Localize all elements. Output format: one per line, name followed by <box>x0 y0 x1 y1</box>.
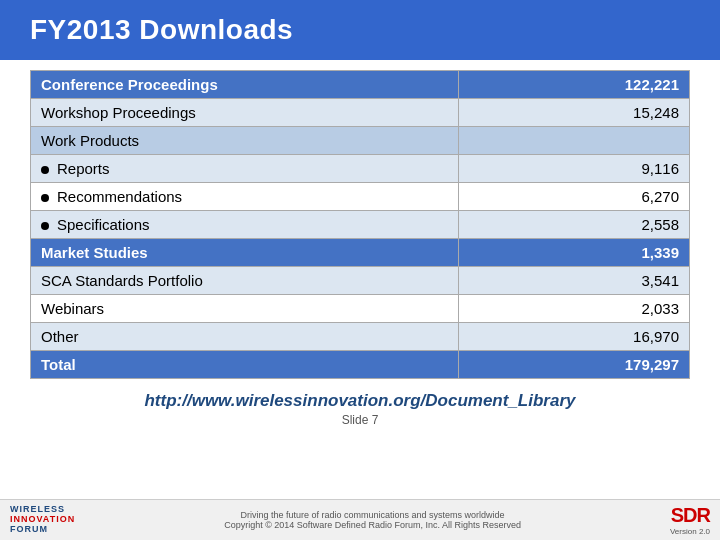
slide-container: FY2013 Downloads Conference Proceedings1… <box>0 0 720 540</box>
table-cell-label: Specifications <box>31 211 459 239</box>
table-cell-label: Workshop Proceedings <box>31 99 459 127</box>
table-cell-label: SCA Standards Portfolio <box>31 267 459 295</box>
table-row: Reports9,116 <box>31 155 690 183</box>
slide-title: FY2013 Downloads <box>30 14 293 46</box>
table-row: Market Studies1,339 <box>31 239 690 267</box>
sdr-logo-container: SDR Version 2.0 <box>670 504 710 536</box>
wif-logo: WIRELESS INNOVATION FORUM <box>10 505 75 535</box>
data-table: Conference Proceedings122,221Workshop Pr… <box>30 70 690 379</box>
copyright: Copyright © 2014 Software Defined Radio … <box>75 520 670 530</box>
bottom-bar: WIRELESS INNOVATION FORUM Driving the fu… <box>0 499 720 540</box>
table-cell-value: 179,297 <box>459 351 690 379</box>
table-cell-label: Work Products <box>31 127 459 155</box>
tagline: Driving the future of radio communicatio… <box>75 510 670 520</box>
table-cell-label: Total <box>31 351 459 379</box>
table-row: Other16,970 <box>31 323 690 351</box>
table-row: Total179,297 <box>31 351 690 379</box>
title-bar: FY2013 Downloads <box>0 0 720 60</box>
table-cell-label: Other <box>31 323 459 351</box>
table-row: Conference Proceedings122,221 <box>31 71 690 99</box>
table-cell-value: 9,116 <box>459 155 690 183</box>
table-cell-value: 2,558 <box>459 211 690 239</box>
bottom-left: WIRELESS INNOVATION FORUM <box>10 505 75 535</box>
footer-url: http://www.wirelessinnovation.org/Docume… <box>144 391 575 411</box>
table-cell-value: 3,541 <box>459 267 690 295</box>
table-row: Work Products <box>31 127 690 155</box>
copyright-text: Driving the future of radio communicatio… <box>75 510 670 530</box>
bullet-dot-icon <box>41 166 49 174</box>
bullet-dot-icon <box>41 222 49 230</box>
table-row: Workshop Proceedings15,248 <box>31 99 690 127</box>
table-cell-value: 1,339 <box>459 239 690 267</box>
table-cell-label: Conference Proceedings <box>31 71 459 99</box>
table-cell-value: 2,033 <box>459 295 690 323</box>
table-cell-label: Market Studies <box>31 239 459 267</box>
table-cell-label: Reports <box>31 155 459 183</box>
table-row: Specifications2,558 <box>31 211 690 239</box>
sdr-version: Version 2.0 <box>670 527 710 536</box>
slide-number: Slide 7 <box>342 413 379 427</box>
table-row: Webinars2,033 <box>31 295 690 323</box>
table-row: SCA Standards Portfolio3,541 <box>31 267 690 295</box>
slide-body: Conference Proceedings122,221Workshop Pr… <box>0 60 720 499</box>
table-cell-value: 6,270 <box>459 183 690 211</box>
slide-footer: http://www.wirelessinnovation.org/Docume… <box>30 379 690 431</box>
sdr-logo: SDR <box>671 504 710 527</box>
wif-forum: FORUM <box>10 525 75 535</box>
table-row: Recommendations6,270 <box>31 183 690 211</box>
table-cell-value: 16,970 <box>459 323 690 351</box>
table-cell-label: Recommendations <box>31 183 459 211</box>
table-cell-value: 122,221 <box>459 71 690 99</box>
bullet-dot-icon <box>41 194 49 202</box>
table-cell-label: Webinars <box>31 295 459 323</box>
table-cell-value: 15,248 <box>459 99 690 127</box>
table-cell-value <box>459 127 690 155</box>
